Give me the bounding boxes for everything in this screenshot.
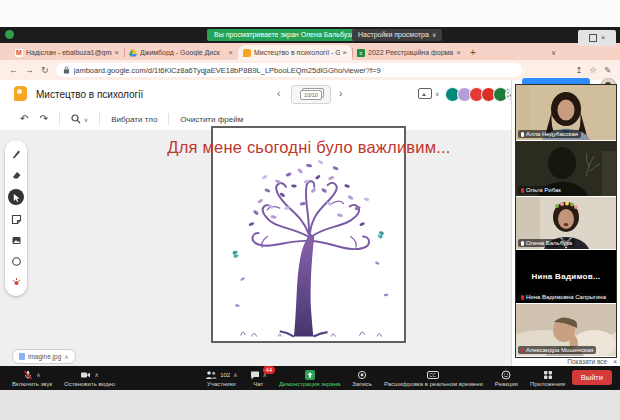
svg-text:CC: CC [430, 373, 437, 378]
video-tile[interactable]: Олена Бальбуза [516, 197, 616, 249]
pen-tool[interactable] [10, 147, 23, 160]
mic-muted-icon [521, 348, 524, 353]
record-button[interactable]: Запись [346, 370, 378, 387]
smiley-icon [501, 370, 511, 380]
close-tab-icon[interactable]: × [114, 48, 119, 57]
chat-button[interactable]: 44 ∧ Чат [244, 370, 273, 387]
participant-name-label: Ольга Рибак [518, 186, 564, 194]
edit-pencil-icon[interactable]: ✎ [604, 65, 611, 75]
eraser-tool[interactable] [10, 168, 23, 181]
window-controls[interactable]: × [578, 30, 616, 46]
stop-video-button[interactable]: ∧ Остановить видео [58, 370, 121, 387]
clear-frame-button[interactable]: Очистити фрейм [180, 115, 243, 124]
insert-image-tool[interactable] [10, 234, 23, 247]
camera-icon [80, 370, 91, 380]
chevron-down-icon: ∨ [435, 90, 439, 97]
share-screen-icon [305, 370, 315, 380]
circle-shape-icon [11, 256, 22, 267]
close-tab-icon[interactable]: × [228, 48, 233, 57]
chevron-up-icon[interactable]: ∧ [36, 371, 40, 378]
zoom-video-sidebar: Алла Недубасская Ольга Рибак [511, 80, 620, 366]
reactions-button[interactable]: Реакции [489, 370, 524, 387]
unmute-button[interactable]: ∧ Включить звук [6, 370, 58, 387]
zoom-tool-button[interactable]: ∨ [71, 114, 88, 124]
video-tile[interactable]: Алла Недубасская [516, 85, 616, 140]
show-all-row: Показати все × [567, 356, 617, 366]
mic-muted-icon [23, 370, 33, 380]
share-icon[interactable]: ↥ [575, 65, 582, 75]
close-tab-icon[interactable]: × [456, 48, 461, 57]
share-screen-button[interactable]: Демонстрация экрана [273, 370, 346, 387]
download-filename: imagine.jpg [28, 353, 61, 360]
redo-icon[interactable]: ↷ [39, 114, 47, 124]
file-icon [19, 353, 25, 360]
frame-navigator-button[interactable]: 10/10 [291, 85, 331, 104]
participant-name-label: Олена Бальбуза [518, 239, 575, 247]
canvas-title-text[interactable]: Для мене сьогодні було важливим... [167, 138, 450, 157]
sheets-icon: ≡ [357, 49, 365, 57]
address-bar[interactable]: jamboard.google.com/d/1t6KlCz8a6TyqjaEVE… [56, 63, 522, 77]
tree-image [221, 155, 397, 341]
laser-icon [11, 277, 22, 288]
url-text: jamboard.google.com/d/1t6KlCz8a6TyqjaEVE… [74, 66, 381, 75]
video-tiles: Алла Недубасская Ольга Рибак [516, 85, 616, 357]
leave-meeting-button[interactable]: Выйти [572, 370, 612, 385]
reload-icon[interactable]: ↻ [41, 65, 49, 75]
present-button[interactable]: ∨ [418, 88, 439, 99]
live-transcript-button[interactable]: CC Расшифровка в реальном времени [378, 370, 489, 387]
chevron-up-icon[interactable]: ∧ [94, 371, 98, 378]
zoom-meeting-topbar: Вы просматриваете экран Олена Бальбуза Н… [0, 27, 620, 43]
sticky-note-tool[interactable] [10, 213, 23, 226]
participants-button[interactable]: 102 ∧ Участники [199, 370, 243, 387]
divider [99, 113, 100, 125]
video-tile[interactable]: Ольга Рибак [516, 141, 616, 196]
shape-tool[interactable] [10, 255, 23, 268]
participant-name-label: Алла Недубасская [518, 130, 581, 138]
select-tool-active[interactable] [8, 189, 24, 205]
new-tab-button[interactable]: + [466, 47, 480, 60]
undo-icon[interactable]: ↶ [20, 114, 28, 124]
participant-name-label: Нина Вадимовна Сапрыгина [518, 293, 609, 301]
view-options-button[interactable]: Настройки просмотра∨ [352, 29, 442, 41]
image-icon [11, 235, 22, 246]
participant-name-label: Александра Мошенская [518, 346, 596, 354]
close-icon[interactable]: × [601, 35, 606, 41]
tab-sheets[interactable]: ≡ 2022 Реєстраційна форма з ми × [352, 45, 466, 60]
jam-doc-title[interactable]: Мистецтво в психології [36, 89, 143, 100]
video-tile-camera-off[interactable]: Нина Вадимов... Нина Вадимовна Сапрыгина [516, 250, 616, 303]
apps-icon [543, 370, 553, 380]
record-icon [357, 370, 367, 380]
laser-tool[interactable] [10, 276, 23, 289]
tab-title: Надіслан - ebalbuza1@gmail.c [26, 49, 112, 56]
view-options-label: Настройки просмотра [358, 31, 429, 38]
pen-icon [11, 148, 22, 159]
forward-icon[interactable]: → [25, 65, 34, 75]
set-background-button[interactable]: Вибрати тло [111, 115, 157, 124]
show-all-link[interactable]: Показати все [567, 358, 607, 365]
participants-icon [205, 370, 217, 380]
back-icon[interactable]: ← [9, 65, 18, 75]
tab-search-caret-icon[interactable]: ∨ [551, 49, 556, 57]
download-shelf-item[interactable]: imagine.jpg ∧ [12, 349, 76, 364]
next-frame-icon[interactable]: › [339, 88, 342, 99]
video-tile[interactable]: Александра Мошенская [516, 304, 616, 356]
divider [59, 113, 60, 125]
chevron-up-icon[interactable]: ∧ [64, 353, 68, 360]
mic-icon [521, 132, 524, 137]
bookmark-star-icon[interactable]: ☆ [589, 65, 597, 75]
chevron-down-icon: ∨ [432, 32, 436, 38]
maximize-icon[interactable] [589, 34, 597, 42]
lock-icon [63, 66, 70, 74]
magnifier-icon [71, 114, 81, 124]
close-tab-icon[interactable]: × [342, 48, 347, 57]
dismiss-icon[interactable]: × [613, 358, 617, 365]
tab-drive[interactable]: Джимборд - Google Диск × [124, 45, 238, 60]
prev-frame-icon[interactable]: ‹ [277, 88, 280, 99]
tab-gmail[interactable]: M Надіслан - ebalbuza1@gmail.c × [10, 45, 124, 60]
tab-jamboard-active[interactable]: Мистецтво в психології - Goo × [238, 45, 352, 60]
chevron-up-icon[interactable]: ∧ [233, 371, 237, 378]
chat-icon [250, 370, 260, 380]
drive-icon [129, 49, 137, 57]
tab-title: 2022 Реєстраційна форма з ми [368, 49, 454, 56]
apps-button[interactable]: Приложения [524, 370, 571, 387]
